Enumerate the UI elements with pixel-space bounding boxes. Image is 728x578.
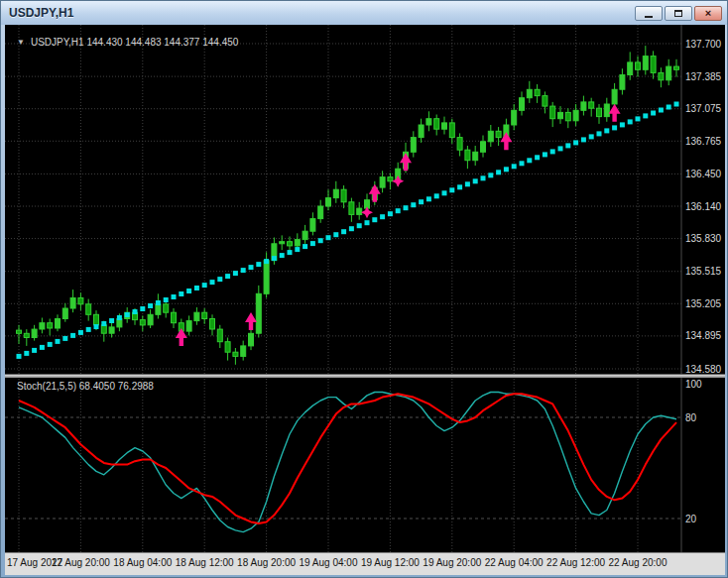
trend-dot <box>48 342 53 347</box>
trend-dot <box>333 232 338 237</box>
trend-dot <box>101 321 106 326</box>
candlestick <box>388 177 393 181</box>
trend-dot <box>217 277 222 282</box>
time-axis-label: 19 Aug 04:00 <box>300 557 358 568</box>
candlestick <box>581 102 586 110</box>
price-axis-label: 136.450 <box>685 169 722 179</box>
chart-collapse-icon[interactable]: ▼ <box>17 38 25 47</box>
window-controls: × <box>635 6 722 21</box>
stoch-main-line <box>19 393 676 532</box>
candlestick <box>565 112 570 120</box>
candlestick <box>457 138 462 151</box>
trend-dot <box>164 297 169 302</box>
time-axis-label: 18 Aug 12:00 <box>176 557 234 568</box>
candlestick <box>543 96 547 107</box>
restore-button[interactable] <box>665 6 692 21</box>
candlestick <box>380 177 385 188</box>
candlestick <box>164 304 169 312</box>
trend-dot <box>496 170 501 174</box>
time-axis[interactable]: 17 Aug 202217 Aug 20:0018 Aug 04:0018 Au… <box>5 552 725 575</box>
chart-stoch-splitter[interactable] <box>5 374 725 378</box>
time-axis-label: 19 Aug 20:00 <box>423 557 481 568</box>
trend-dot <box>202 283 207 288</box>
trend-dot <box>310 241 315 246</box>
stoch-axis-label: 80 <box>685 412 697 423</box>
trend-dot <box>349 226 354 231</box>
trend-dot <box>357 223 362 228</box>
trend-dot <box>210 280 215 285</box>
buy-arrow-icon <box>609 104 621 122</box>
candlestick <box>620 75 625 90</box>
candlestick <box>241 346 246 357</box>
trend-dot <box>186 289 191 293</box>
candlestick <box>357 208 362 214</box>
trend-dot <box>565 143 570 148</box>
candlestick <box>225 342 230 353</box>
trend-dot <box>24 351 29 356</box>
trend-dot <box>512 164 517 169</box>
candlestick <box>465 150 470 161</box>
trend-dot <box>581 137 586 142</box>
trend-dot <box>78 330 83 335</box>
time-axis-label: 19 Aug 12:00 <box>361 557 420 568</box>
candlestick <box>643 57 648 70</box>
trend-dot <box>628 119 633 124</box>
chart-client-area: 137.700137.385137.075136.765136.450136.1… <box>5 25 725 575</box>
trend-dot <box>504 167 509 172</box>
trend-dot <box>667 105 671 110</box>
buy-arrow-icon <box>245 312 257 330</box>
price-axis-label: 136.140 <box>685 201 722 212</box>
time-axis-label: 22 Aug 12:00 <box>546 557 605 568</box>
chart-ohlc-label: ▼ USDJPY,H1 144.430 144.483 144.377 144.… <box>17 37 238 48</box>
trend-dot <box>318 238 323 243</box>
candlestick <box>535 89 540 95</box>
candlestick <box>512 110 517 125</box>
candlestick <box>24 333 29 337</box>
trend-dot <box>194 286 199 290</box>
trend-dot <box>543 152 547 157</box>
candlestick <box>488 131 493 142</box>
time-axis-label: 17 Aug 20:00 <box>52 557 110 568</box>
trend-dot <box>372 217 377 222</box>
trend-dot <box>133 309 138 314</box>
stoch-indicator-label: Stoch(21,5,5) 68.4050 76.2988 <box>17 381 154 392</box>
trend-dot <box>140 306 145 311</box>
trend-dot <box>520 161 525 166</box>
minimize-button[interactable] <box>635 6 663 21</box>
close-icon: × <box>705 8 711 19</box>
trend-dot <box>179 291 183 296</box>
trend-dot <box>272 256 277 261</box>
candlestick <box>156 304 161 315</box>
trend-dot <box>62 336 67 341</box>
trend-dot <box>659 108 664 113</box>
trend-dot <box>56 339 61 344</box>
chart-canvas[interactable]: 137.700137.385137.075136.765136.450136.1… <box>5 25 725 552</box>
candlestick <box>496 131 501 137</box>
time-axis-label: 22 Aug 04:00 <box>485 557 544 568</box>
trend-dot <box>643 113 648 118</box>
trend-dot <box>419 199 424 204</box>
candlestick <box>612 89 617 104</box>
candlestick <box>426 119 431 125</box>
candlestick <box>667 66 671 80</box>
candlestick <box>573 110 578 121</box>
trend-dot <box>295 247 300 252</box>
time-axis-label: 18 Aug 20:00 <box>237 557 296 568</box>
trend-dot <box>86 327 91 332</box>
candlestick <box>288 242 293 246</box>
candlestick <box>140 320 145 325</box>
window-titlebar[interactable]: USDJPY,H1 × <box>1 1 727 25</box>
trend-dot <box>288 250 293 255</box>
candlestick <box>148 314 153 325</box>
candlestick <box>56 319 61 329</box>
trend-dot <box>457 184 462 189</box>
metatrader-window: USDJPY,H1 × 137.700137.385137.075136.765… <box>0 0 728 578</box>
price-axis-label: 134.895 <box>685 330 722 341</box>
candlestick <box>434 119 439 130</box>
time-axis-label: 18 Aug 04:00 <box>113 557 172 568</box>
trend-dot <box>303 244 307 249</box>
trend-dot <box>233 271 238 276</box>
close-button[interactable]: × <box>694 6 722 21</box>
ohlc-text: USDJPY,H1 144.430 144.483 144.377 144.45… <box>31 37 238 48</box>
trend-dot <box>604 128 609 133</box>
